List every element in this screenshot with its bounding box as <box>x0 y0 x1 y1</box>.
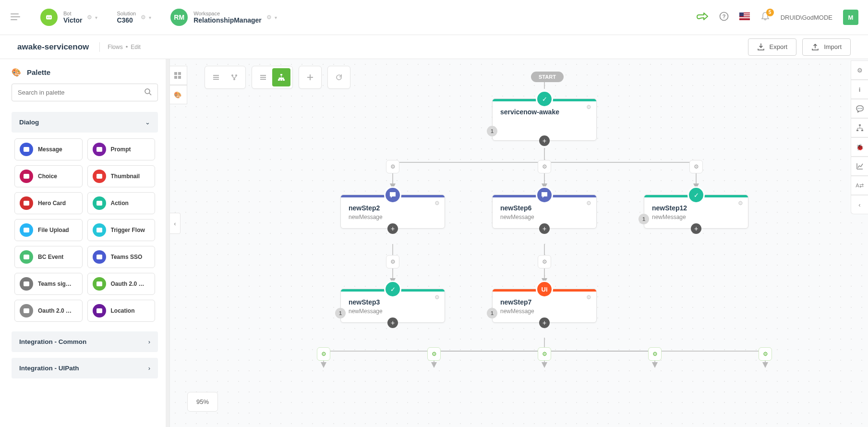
palette-item-label: BC Event <box>38 254 63 260</box>
palette-item[interactable]: Oauth 2.0 … <box>87 273 156 295</box>
palette-item[interactable]: Action <box>87 192 156 214</box>
bell-icon[interactable]: 5 <box>760 12 770 24</box>
palette-item[interactable]: Location <box>87 300 156 322</box>
add-child-button[interactable]: + <box>539 317 550 328</box>
node-newstep7[interactable]: Ui ⚙ newStep7 newMessage 1 + <box>492 289 597 323</box>
svg-rect-17 <box>24 174 29 179</box>
accordion-integration-uipath[interactable]: Integration - UIPath › <box>12 358 158 378</box>
hierarchy-icon[interactable] <box>851 118 868 137</box>
user-avatar[interactable]: M <box>843 10 858 25</box>
gear-icon[interactable]: ⚙ <box>586 294 591 301</box>
settings-icon[interactable]: ⚙ <box>851 61 868 80</box>
add-button[interactable] <box>301 68 319 86</box>
solution-selector[interactable]: Solution C360 ⚙ ▾ <box>117 11 151 24</box>
palette-item[interactable]: BC Event <box>14 246 83 268</box>
palette-item-icon <box>93 170 106 183</box>
connector-gear[interactable]: ⚙ <box>538 255 551 268</box>
connector-gear[interactable]: ⚙ <box>317 347 330 361</box>
connector-gear[interactable]: ⚙ <box>386 160 399 173</box>
collapse-rail-icon[interactable]: ‹ <box>851 195 868 214</box>
gear-icon[interactable]: ⚙ <box>738 200 743 207</box>
chart-icon[interactable] <box>851 157 868 176</box>
palette-item[interactable]: Trigger Flow <box>87 219 156 241</box>
help-arrow-icon[interactable] <box>696 11 709 24</box>
connector-gear[interactable]: ⚙ <box>538 347 551 361</box>
palette-item[interactable]: Hero Card <box>14 192 83 214</box>
svg-rect-44 <box>280 79 282 81</box>
node-newstep6[interactable]: ⚙ newStep6 newMessage + <box>492 195 597 229</box>
chat-icon[interactable]: 💬 <box>851 99 868 118</box>
add-child-button[interactable]: + <box>387 223 398 234</box>
connector-gear[interactable]: ⚙ <box>538 160 551 173</box>
workspace-selector[interactable]: RM Workspace RelationshipManager ⚙ ▾ <box>170 9 277 26</box>
palette-item-label: Oauth 2.0 … <box>111 281 145 287</box>
accordion-dialog[interactable]: Dialog ⌄ <box>12 112 158 133</box>
palette-item[interactable]: Teams sig… <box>14 273 83 295</box>
add-child-button[interactable]: + <box>691 223 701 234</box>
node-badge: 1 <box>335 308 346 318</box>
node-newstep12[interactable]: ✓ ⚙ newStep12 newMessage 1 + <box>644 195 748 229</box>
gear-icon[interactable]: ⚙ <box>434 294 440 301</box>
palette-search[interactable] <box>12 84 158 101</box>
connector-gear[interactable]: ⚙ <box>427 347 441 361</box>
gear-icon[interactable]: ⚙ <box>586 200 591 207</box>
list-layout-button[interactable] <box>254 68 272 86</box>
node-title: servicenow-awake <box>500 108 589 116</box>
gear-icon[interactable]: ⚙ <box>266 14 272 21</box>
svg-rect-16 <box>96 147 102 152</box>
palette-item[interactable]: Prompt <box>87 138 156 160</box>
breadcrumb-flows[interactable]: Flows <box>108 44 122 50</box>
gear-icon[interactable]: ⚙ <box>87 14 92 21</box>
connector-gear[interactable]: ⚙ <box>648 347 662 361</box>
export-button[interactable]: Export <box>748 38 797 56</box>
palette-item[interactable]: Thumbnail <box>87 165 156 187</box>
node-newstep3[interactable]: ✓ ⚙ newStep3 newMessage 1 + <box>340 289 445 323</box>
flow-canvas[interactable]: 🎨 ‹ 95% <box>170 59 868 427</box>
gear-icon[interactable]: ⚙ <box>434 200 440 207</box>
search-input[interactable] <box>18 89 144 96</box>
svg-point-4 <box>48 17 48 18</box>
svg-rect-42 <box>280 74 282 75</box>
help-icon[interactable]: ? <box>719 12 729 24</box>
gear-icon[interactable]: ⚙ <box>141 14 146 21</box>
svg-rect-12 <box>739 12 744 16</box>
bug-icon[interactable]: 🐞 <box>851 137 868 157</box>
refresh-button[interactable] <box>330 68 348 86</box>
translate-icon[interactable]: A⇄ <box>851 176 868 195</box>
palette-item-icon <box>20 170 33 183</box>
list-view-button[interactable] <box>207 68 225 86</box>
chevron-right-icon: › <box>148 365 150 372</box>
add-child-button[interactable]: + <box>387 317 398 328</box>
node-root[interactable]: ✓ ⚙ servicenow-awake 1 + <box>492 98 597 141</box>
check-icon: ✓ <box>384 281 401 298</box>
palette-item[interactable]: Message <box>14 138 83 160</box>
accordion-integration-common[interactable]: Integration - Common › <box>12 331 158 352</box>
connector-gear[interactable]: ⚙ <box>689 160 703 173</box>
add-child-button[interactable]: + <box>539 135 550 146</box>
chevron-down-icon[interactable]: ▾ <box>275 15 277 20</box>
palette-item[interactable]: Choice <box>14 165 83 187</box>
flag-icon[interactable] <box>739 12 750 23</box>
palette-item[interactable]: Oauth 2.0 … <box>14 300 83 322</box>
collapse-sidebar-handle[interactable]: ‹ <box>170 213 181 234</box>
hamburger-icon[interactable] <box>10 11 21 24</box>
palette-item[interactable]: File Upload <box>14 219 83 241</box>
chevron-down-icon[interactable]: ▾ <box>149 15 151 20</box>
info-icon[interactable]: i <box>851 80 868 99</box>
tree-layout-button[interactable] <box>272 68 290 86</box>
gear-icon[interactable]: ⚙ <box>586 104 591 110</box>
node-newstep2[interactable]: ⚙ newStep2 newMessage + <box>340 195 445 229</box>
chevron-down-icon[interactable]: ▾ <box>95 15 97 20</box>
breadcrumb-edit[interactable]: Edit <box>131 44 141 50</box>
svg-rect-11 <box>739 17 750 18</box>
connector-gear[interactable]: ⚙ <box>386 255 399 268</box>
branch-view-button[interactable] <box>225 68 243 86</box>
uipath-icon: Ui <box>536 281 553 298</box>
zoom-indicator[interactable]: 95% <box>187 392 218 412</box>
palette-item[interactable]: Teams SSO <box>87 246 156 268</box>
add-child-button[interactable]: + <box>539 223 550 234</box>
bot-selector[interactable]: Bot Victor ⚙ ▾ <box>40 9 97 26</box>
accordion-title: Integration - UIPath <box>19 365 79 372</box>
connector-gear[interactable]: ⚙ <box>759 347 772 361</box>
import-button[interactable]: Import <box>802 38 851 56</box>
